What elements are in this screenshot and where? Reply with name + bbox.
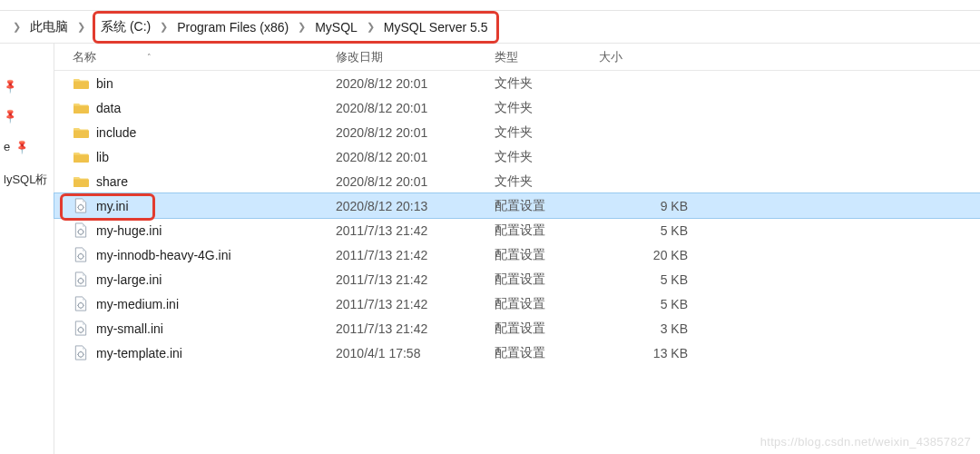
folder-row[interactable]: include2020/8/12 20:01文件夹 (54, 120, 980, 144)
file-size: 3 KB (599, 321, 699, 336)
navigation-pane[interactable]: 📌 📌 e 📌 lySQL桁 (0, 44, 54, 454)
file-size: 9 KB (599, 199, 699, 213)
file-row[interactable]: my-large.ini2011/7/13 21:42配置设置5 KB (54, 267, 980, 291)
breadcrumb-highlight: 系统 (C:) ❯ Program Files (x86) ❯ MySQL ❯ … (93, 11, 499, 44)
folder-icon (73, 124, 89, 141)
ribbon-fragment (0, 0, 980, 11)
folder-row[interactable]: share2020/8/12 20:01文件夹 (54, 169, 980, 193)
column-header-name[interactable]: 名称 ˄ (54, 49, 336, 65)
file-name: share (96, 174, 128, 189)
file-list[interactable]: 名称 ˄ 修改日期 类型 大小 bin2020/8/12 20:01文件夹dat… (54, 44, 980, 454)
file-name: my-medium.ini (96, 297, 179, 311)
file-date: 2020/8/12 20:01 (336, 125, 495, 140)
file-date: 2011/7/13 21:42 (336, 223, 495, 238)
folder-icon (73, 173, 89, 190)
column-header-size[interactable]: 大小 (599, 49, 699, 65)
file-date: 2011/7/13 21:42 (336, 297, 495, 311)
file-type: 文件夹 (495, 124, 599, 141)
file-type: 配置设置 (495, 296, 599, 312)
file-type: 文件夹 (495, 173, 599, 190)
quick-access-item[interactable]: 📌 (0, 101, 54, 131)
breadcrumb-item[interactable]: Program Files (x86) (175, 18, 290, 36)
chevron-right-icon[interactable]: ❯ (5, 21, 28, 33)
file-type: 文件夹 (495, 149, 599, 165)
file-row[interactable]: my-template.ini2010/4/1 17:58配置设置13 KB (54, 340, 980, 365)
breadcrumb-item[interactable]: MySQL (313, 18, 359, 36)
column-headers[interactable]: 名称 ˄ 修改日期 类型 大小 (54, 44, 980, 71)
file-date: 2020/8/12 20:01 (336, 76, 495, 91)
file-row[interactable]: my-huge.ini2011/7/13 21:42配置设置5 KB (54, 218, 980, 242)
ini-file-icon (73, 345, 89, 361)
pin-icon: 📌 (14, 138, 31, 155)
file-date: 2020/8/12 20:01 (336, 150, 495, 164)
pin-icon: 📌 (1, 107, 18, 124)
file-size: 20 KB (599, 248, 699, 262)
file-name: my-small.ini (96, 321, 163, 336)
file-type: 配置设置 (495, 271, 599, 288)
file-name: my-innodb-heavy-4G.ini (96, 248, 231, 262)
ini-file-icon (73, 247, 89, 263)
folder-row[interactable]: lib2020/8/12 20:01文件夹 (54, 144, 980, 169)
file-row[interactable]: my-small.ini2011/7/13 21:42配置设置3 KB (54, 316, 980, 340)
file-date: 2011/7/13 21:42 (336, 272, 495, 287)
column-header-type[interactable]: 类型 (495, 49, 599, 65)
file-name: my-large.ini (96, 272, 162, 287)
breadcrumb[interactable]: ❯ 此电脑 ❯ 系统 (C:) ❯ Program Files (x86) ❯ … (0, 11, 980, 44)
folder-row[interactable]: bin2020/8/12 20:01文件夹 (54, 71, 980, 95)
file-name: my.ini (96, 199, 129, 213)
file-type: 配置设置 (495, 321, 599, 337)
column-header-date[interactable]: 修改日期 (336, 49, 495, 65)
breadcrumb-root[interactable]: 此电脑 (28, 17, 70, 37)
file-date: 2020/8/12 20:01 (336, 174, 495, 189)
file-size: 5 KB (599, 297, 699, 311)
file-name: data (96, 101, 121, 115)
file-size: 5 KB (599, 223, 699, 238)
ini-file-icon (73, 222, 89, 239)
file-date: 2011/7/13 21:42 (336, 248, 495, 262)
file-date: 2010/4/1 17:58 (336, 346, 495, 360)
sort-indicator-icon: ˄ (147, 53, 152, 62)
folder-icon (73, 149, 89, 165)
breadcrumb-item[interactable]: 系统 (C:) (99, 17, 152, 37)
sidebar-item-label: lySQL桁 (4, 172, 47, 188)
file-row[interactable]: my.ini2020/8/12 20:13配置设置9 KB (54, 193, 980, 218)
ini-file-icon (73, 198, 89, 214)
folder-icon (73, 75, 89, 92)
ini-file-icon (73, 296, 89, 312)
file-row[interactable]: my-medium.ini2011/7/13 21:42配置设置5 KB (54, 291, 980, 316)
file-type: 配置设置 (495, 222, 599, 239)
folder-icon (73, 100, 89, 116)
ini-file-icon (73, 271, 89, 288)
chevron-right-icon[interactable]: ❯ (152, 21, 175, 33)
file-name: bin (96, 76, 113, 91)
file-type: 文件夹 (495, 100, 599, 116)
chevron-right-icon[interactable]: ❯ (359, 21, 382, 33)
file-type: 文件夹 (495, 75, 599, 92)
file-date: 2011/7/13 21:42 (336, 321, 495, 336)
column-header-label: 名称 (73, 49, 96, 65)
file-type: 配置设置 (495, 247, 599, 263)
folder-row[interactable]: data2020/8/12 20:01文件夹 (54, 95, 980, 120)
file-name: lib (96, 150, 109, 164)
watermark: https://blog.csdn.net/weixin_43857827 (760, 435, 971, 449)
file-name: my-template.ini (96, 346, 182, 360)
file-size: 13 KB (599, 346, 699, 360)
quick-access-item[interactable]: e 📌 (0, 131, 54, 163)
file-type: 配置设置 (495, 198, 599, 214)
pin-icon: 📌 (1, 77, 18, 94)
file-type: 配置设置 (495, 345, 599, 361)
breadcrumb-item[interactable]: MySQL Server 5.5 (382, 18, 490, 36)
file-date: 2020/8/12 20:01 (336, 101, 495, 115)
quick-access-item[interactable]: lySQL桁 (0, 163, 54, 197)
chevron-right-icon[interactable]: ❯ (290, 21, 313, 33)
ini-file-icon (73, 321, 89, 337)
file-name: include (96, 125, 136, 140)
file-date: 2020/8/12 20:13 (336, 199, 495, 213)
file-name: my-huge.ini (96, 223, 162, 238)
chevron-right-icon[interactable]: ❯ (70, 21, 93, 33)
file-size: 5 KB (599, 272, 699, 287)
quick-access-item[interactable]: 📌 (0, 71, 54, 101)
sidebar-item-label: e (4, 140, 10, 153)
file-row[interactable]: my-innodb-heavy-4G.ini2011/7/13 21:42配置设… (54, 242, 980, 267)
